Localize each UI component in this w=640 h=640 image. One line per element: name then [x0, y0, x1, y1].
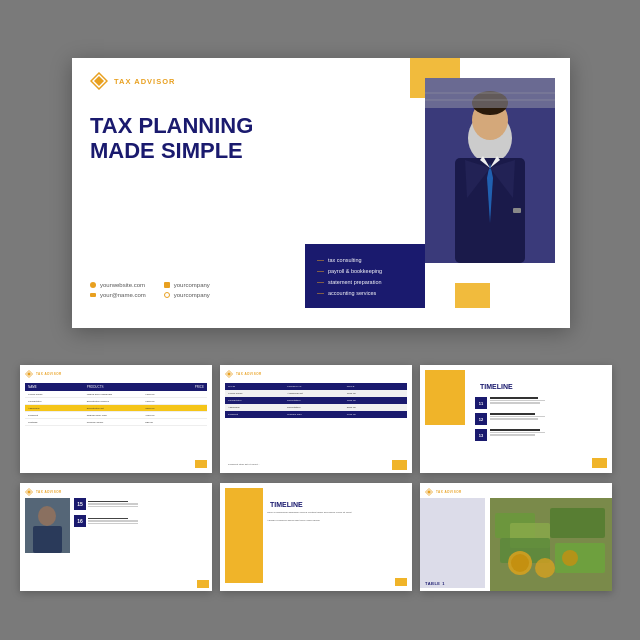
thumb6-overlay [420, 498, 485, 588]
svg-rect-3 [90, 293, 96, 297]
thumbnails-row-1: TAX ADVISOR NAME PRODUCTS PRICE Lorem ip… [20, 365, 620, 473]
logo-text: TAX ADVISOR [114, 77, 175, 86]
svg-marker-21 [27, 372, 31, 376]
thumb3-deco-br [592, 458, 607, 468]
thumb4-photo [25, 498, 70, 553]
svg-rect-39 [550, 508, 605, 538]
svg-point-29 [38, 506, 56, 526]
logo-icon [90, 72, 108, 90]
person-silhouette [425, 78, 555, 263]
photo-area [425, 78, 555, 263]
thumb1-table: NAME PRODUCTS PRICE Lorem ipsum Neque po… [25, 383, 207, 426]
contact-section: yourwebsite.com your@name.com yourcompan… [90, 282, 210, 298]
thumb6-photo [490, 498, 612, 591]
svg-marker-23 [227, 372, 231, 376]
svg-point-2 [90, 282, 96, 288]
thumbnail-6[interactable]: TAX ADVISOR TABLE 1 [420, 483, 612, 591]
services-box: — tax consulting — payroll & bookkeeping… [305, 244, 425, 308]
svg-rect-14 [513, 208, 521, 213]
thumbnails-row-2: TAX ADVISOR 15 [20, 483, 620, 591]
svg-point-42 [511, 554, 529, 572]
thumbnail-5[interactable]: TAX ADVISOR TIMELINE Nulla a malesuada d… [220, 483, 412, 591]
svg-point-5 [164, 293, 169, 298]
thumbnail-2[interactable]: TAX ADVISOR NAME PRODUCTS PRICE Lorem ip… [220, 365, 412, 473]
deco-yellow-bottom [455, 283, 490, 308]
thumb3-timeline-title: TIMELINE [480, 383, 513, 390]
deco-sq2 [392, 460, 407, 470]
deco-sq [195, 460, 207, 468]
thumb5-title: TIMELINE [270, 501, 303, 508]
svg-rect-4 [164, 282, 170, 288]
thumb5-deco-left [225, 488, 263, 583]
slide-header: TAX ADVISOR [90, 72, 175, 90]
svg-marker-34 [427, 490, 431, 494]
svg-point-43 [535, 558, 555, 578]
main-title: TAX PLANNING MADE SIMPLE [90, 113, 253, 164]
thumb3-deco-left [425, 370, 465, 425]
thumb2-table: NAME PRODUCTS PRICE Lorem ipsum Adipisci… [225, 383, 407, 418]
thumb4-deco [197, 580, 209, 588]
thumbnail-4[interactable]: TAX ADVISOR 15 [20, 483, 212, 591]
svg-rect-30 [33, 526, 62, 553]
thumb3-timeline-items: 11 12 13 [475, 397, 607, 445]
thumbnail-3[interactable]: TAX ADVISOR TIMELINE 11 12 [420, 365, 612, 473]
svg-marker-27 [27, 490, 31, 494]
svg-point-44 [562, 550, 578, 566]
main-slide: TAX ADVISOR TAX PLANNING MADE SIMPLE you… [72, 58, 570, 328]
thumb5-deco-br [395, 578, 407, 586]
thumbnail-1[interactable]: TAX ADVISOR NAME PRODUCTS PRICE Lorem ip… [20, 365, 212, 473]
